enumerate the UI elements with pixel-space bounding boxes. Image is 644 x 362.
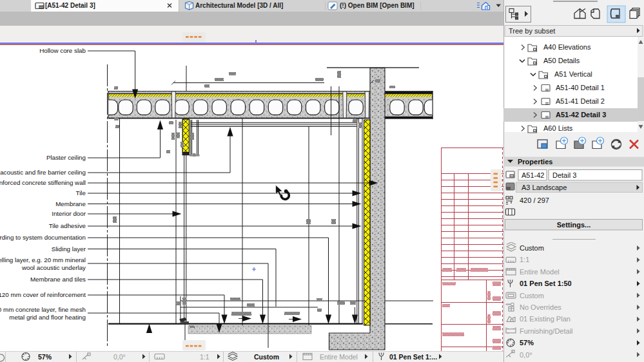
svg-text:A60 Lists: A60 Lists: [543, 124, 573, 132]
svg-text:420 / 297: 420 / 297: [520, 196, 549, 204]
svg-text:Custom: Custom: [520, 244, 544, 252]
svg-text:Properties: Properties: [518, 158, 552, 166]
svg-text:Detail 3: Detail 3: [552, 171, 576, 179]
svg-text:Membrane and tiles: Membrane and tiles: [30, 276, 86, 283]
svg-text:No Overrides: No Overrides: [520, 303, 561, 311]
svg-text:A3 Landscape: A3 Landscape: [522, 184, 567, 191]
svg-text:Entire Model: Entire Model: [520, 268, 560, 276]
svg-text:According to system documentat: According to system documentation: [0, 234, 86, 241]
svg-text:01 Existing Plan: 01 Existing Plan: [520, 315, 571, 323]
svg-text:A51-40 Detail 1: A51-40 Detail 1: [556, 84, 605, 91]
svg-text:Hollow core slab: Hollow core slab: [39, 47, 86, 54]
svg-text:Custom: Custom: [520, 292, 544, 300]
svg-text:Tile adhesive: Tile adhesive: [49, 222, 86, 229]
svg-text:wool acoustic underlay: wool acoustic underlay: [21, 264, 86, 271]
svg-text:metal grid and floor heating: metal grid and floor heating: [9, 314, 86, 321]
svg-text:Tile: Tile: [76, 189, 86, 196]
svg-text:A50 Details: A50 Details: [543, 57, 580, 64]
svg-text:A51-42: A51-42: [522, 171, 544, 179]
svg-text:A51 Vertical: A51 Vertical: [554, 70, 592, 78]
svg-text:70 mm concrete layer, fine mes: 70 mm concrete layer, fine mesh: [0, 306, 86, 313]
svg-text:Furnishing/Detail: Furnishing/Detail: [520, 327, 573, 335]
svg-text:Plaster ceiling: Plaster ceiling: [46, 154, 86, 161]
svg-text:1:1: 1:1: [520, 256, 529, 263]
svg-text:Interior door: Interior door: [52, 210, 86, 217]
svg-text:120 mm cover of reinforcement: 120 mm cover of reinforcement: [0, 291, 86, 298]
svg-text:0,0°: 0,0°: [520, 351, 532, 359]
svg-text:01 Pen Set 1:50: 01 Pen Set 1:50: [520, 280, 572, 287]
svg-text:acoustic and fire barrier ceil: acoustic and fire barrier ceiling: [0, 169, 86, 176]
svg-text:A40 Elevations: A40 Elevations: [543, 43, 591, 51]
svg-text:reinforced concrete stiffening: reinforced concrete stiffening wall: [0, 179, 86, 186]
svg-text:Membrane: Membrane: [55, 200, 86, 207]
svg-text:A51-42 Detail 3: A51-42 Detail 3: [556, 111, 606, 119]
svg-text:Levelling layer, e.g. 20 mm mi: Levelling layer, e.g. 20 mm mineral: [0, 256, 86, 263]
svg-text:Settings...: Settings...: [557, 221, 591, 229]
svg-text:Sliding layer: Sliding layer: [52, 245, 86, 252]
svg-text:57%: 57%: [520, 339, 534, 347]
svg-text:A51-41 Detail 2: A51-41 Detail 2: [556, 97, 605, 105]
svg-text:Tree by subset: Tree by subset: [509, 27, 555, 35]
